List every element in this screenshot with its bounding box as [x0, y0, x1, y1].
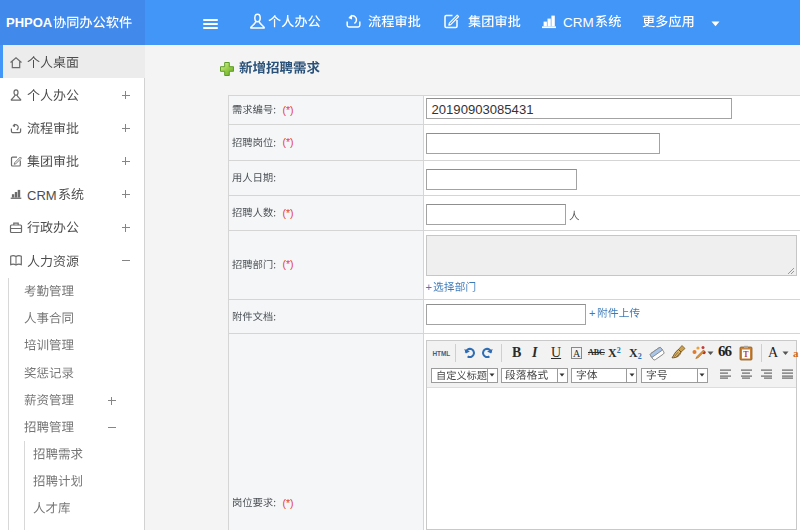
svg-text:T: T	[743, 350, 749, 359]
